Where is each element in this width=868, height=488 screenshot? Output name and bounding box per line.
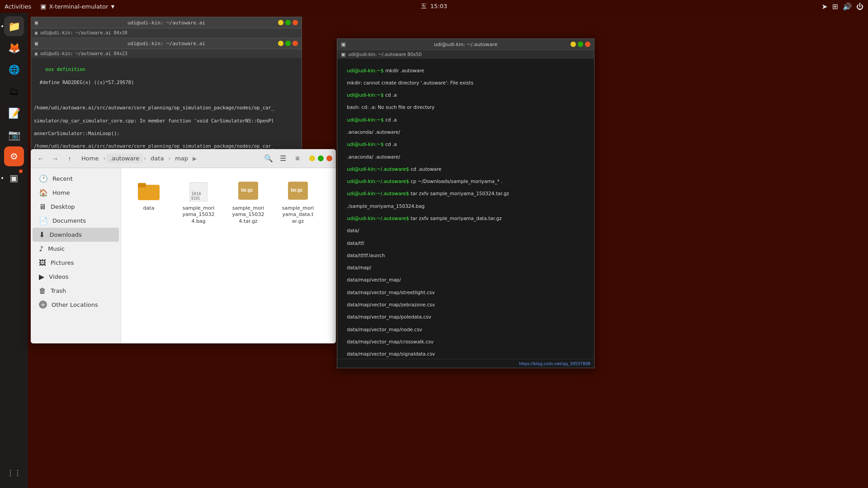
fm-sidebar-home[interactable]: 🏠 Home <box>33 186 119 200</box>
fm-breadcrumb-home[interactable]: Home <box>78 154 102 163</box>
fm-sidebar-documents[interactable]: 📄 Documents <box>33 214 119 228</box>
fm-list-view-button[interactable]: ≡ <box>291 152 304 165</box>
file-item-targz1[interactable]: tar.gz sample_moriyama_150324.tar.gz <box>228 175 269 228</box>
fm-sidebar-recent[interactable]: 🕐 Recent <box>33 172 119 186</box>
documents-icon: 📄 <box>39 216 48 225</box>
volume-icon[interactable]: 🔊 <box>843 2 852 11</box>
fm-sidebar-other-locations[interactable]: + Other Locations <box>33 298 119 311</box>
fm-forward-button[interactable]: → <box>49 152 61 165</box>
day: 五 <box>421 3 427 9</box>
footer-link[interactable]: https://blog.csdn.net/qq_39537898 <box>519 361 590 366</box>
svg-text:tar.gz: tar.gz <box>241 188 253 192</box>
fm-sidebar-downloads[interactable]: ⬇ Downloads <box>33 228 119 242</box>
fm-breadcrumb-data[interactable]: data <box>147 154 167 163</box>
big-terminal-maximize[interactable] <box>578 42 583 47</box>
dock-firefox[interactable]: 🦊 <box>4 38 24 58</box>
terminal-1-minimize[interactable] <box>278 20 283 25</box>
terminal-title-2: udi@udi-kin: ~/autoware.ai <box>127 41 205 47</box>
texteditor-icon: 📝 <box>8 108 20 119</box>
chromium-icon: 🌐 <box>9 64 20 75</box>
terminal-subtab-1[interactable]: ▣ udi@udi-kin: ~/autoware.ai 84x38 <box>31 28 302 37</box>
terminal-dock-icon: ▣ <box>10 173 19 183</box>
music-icon: ♪ <box>39 244 43 253</box>
send-icon[interactable]: ➤ <box>821 2 827 11</box>
app-name[interactable]: X-terminal-emulator <box>49 3 108 10</box>
dock-texteditor[interactable]: 📝 <box>4 103 24 123</box>
terminal-icon: ▣ <box>40 3 46 10</box>
datetime: 五 15:03 <box>421 3 448 9</box>
topbar-center: 五 15:03 <box>421 2 448 10</box>
fm-close-button[interactable] <box>326 155 332 161</box>
terminal-1-close[interactable] <box>292 20 298 25</box>
file-label-bag: sample_moriyama_150324.bag <box>182 205 215 225</box>
terminal-menu-icon-sub2: ▣ <box>35 51 38 56</box>
svg-rect-2 <box>138 183 146 188</box>
big-terminal-buttons <box>571 42 590 47</box>
big-terminal-footer: https://blog.csdn.net/qq_39537898 <box>337 359 594 368</box>
targz2-file-icon: tar.gz <box>286 179 310 202</box>
fm-sidebar-trash[interactable]: 🗑 Trash <box>33 284 119 298</box>
power-icon[interactable]: ⏻ <box>856 2 863 11</box>
fm-sidebar-desktop-label: Desktop <box>51 203 75 210</box>
fm-maximize-button[interactable] <box>318 155 324 161</box>
fm-minimize-button[interactable] <box>309 155 315 161</box>
file-label-data: data <box>143 205 155 211</box>
terminal-2-body[interactable]: ous definition #define RAD2DEG(x) ((x)*5… <box>31 58 302 151</box>
activities-label[interactable]: Activities <box>5 3 31 10</box>
camera-icon: 📷 <box>8 129 20 141</box>
terminal-subtab-2[interactable]: ▣ udi@udi-kin: ~/autoware.ai 84x23 <box>31 49 302 58</box>
dock-filemanager[interactable]: 🗂 <box>4 81 24 101</box>
big-terminal-minimize[interactable] <box>571 42 576 47</box>
terminal-1-maximize[interactable] <box>285 20 291 25</box>
fm-sidebar-music[interactable]: ♪ Music <box>33 242 119 256</box>
firefox-icon: 🦊 <box>8 42 20 54</box>
fm-view-toggle-button[interactable]: ☰ <box>277 152 289 165</box>
fm-breadcrumb-autoware[interactable]: .autoware <box>106 154 143 163</box>
chevron-down-icon[interactable]: ▼ <box>111 4 114 9</box>
fm-breadcrumb-more[interactable]: ▶ <box>193 155 197 162</box>
bag-file-icon: _ 1010 0101 <box>187 179 210 202</box>
terminal-2-maximize[interactable] <box>285 41 291 46</box>
fm-sidebar-recent-label: Recent <box>52 175 73 182</box>
svg-text:1010: 1010 <box>191 192 201 196</box>
fm-search-button[interactable]: 🔍 <box>262 152 275 165</box>
dock-settings[interactable]: ⚙ <box>4 146 24 166</box>
fm-sidebar-home-label: Home <box>52 189 70 196</box>
dock-files[interactable]: 📁 <box>4 16 24 36</box>
terminal-menu-icon-2: ▣ <box>35 40 38 47</box>
big-terminal-sub-icon: ▣ <box>341 52 345 57</box>
dock-appgrid[interactable]: ⋮⋮ <box>4 463 24 483</box>
fm-up-button[interactable]: ↑ <box>63 152 76 165</box>
big-terminal-close[interactable] <box>585 42 590 47</box>
appgrid-icon: ⋮⋮ <box>7 469 21 477</box>
terminal-window-1: ▣ udi@udi-kin: ~/autoware.ai ▣ udi@udi-k… <box>31 17 302 40</box>
fm-files-area: data _ 1010 0101 sample_moriyama_150324.… <box>121 168 336 343</box>
network-icon[interactable]: ⊞ <box>832 2 838 11</box>
terminal-titlebar-2: ▣ udi@udi-kin: ~/autoware.ai <box>31 38 302 49</box>
file-item-targz2[interactable]: tar.gz sample_moriyama_data.tar.gz <box>278 175 318 228</box>
dock-camera[interactable]: 📷 <box>4 125 24 145</box>
dock-chromium[interactable]: 🌐 <box>4 60 24 80</box>
file-item-bag[interactable]: _ 1010 0101 sample_moriyama_150324.bag <box>178 175 219 228</box>
terminal-2-minimize[interactable] <box>278 41 283 46</box>
terminal-2-close[interactable] <box>292 41 298 46</box>
fm-breadcrumb-sep2: › <box>144 155 146 162</box>
big-terminal-subtab[interactable]: ▣ udi@udi-kin: ~/.autoware 80x50 <box>337 50 594 59</box>
home-icon: 🏠 <box>39 188 48 197</box>
fm-sidebar-documents-label: Documents <box>52 217 86 224</box>
fm-breadcrumb-map[interactable]: map <box>171 154 192 163</box>
big-terminal-title: udi@udi-kin: ~/.autoware <box>434 42 498 47</box>
fm-sidebar-videos[interactable]: ▶ Videos <box>33 270 119 284</box>
fm-sidebar-desktop[interactable]: 🖥 Desktop <box>33 200 119 214</box>
fm-sidebar-videos-label: Videos <box>49 273 68 280</box>
desktop-icon: 🖥 <box>39 202 46 211</box>
pictures-icon: 🖼 <box>39 258 46 267</box>
fm-sidebar-pictures[interactable]: 🖼 Pictures <box>33 256 119 270</box>
topbar-right: ➤ ⊞ 🔊 ⏻ <box>821 2 863 11</box>
fm-window-buttons <box>309 155 332 161</box>
file-item-data[interactable]: data <box>128 175 169 228</box>
file-label-targz1: sample_moriyama_150324.tar.gz <box>231 205 265 225</box>
fm-back-button[interactable]: ← <box>34 152 47 165</box>
dock-terminal[interactable]: ▣ <box>4 168 24 188</box>
big-terminal-body[interactable]: udi@udi-kin:~$ mkdir .autoware mkdir: ca… <box>337 59 594 359</box>
